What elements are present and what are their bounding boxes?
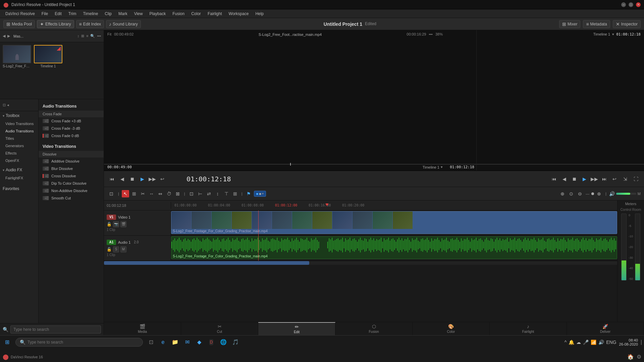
menu-mark[interactable]: Mark [116,11,130,17]
video-clip[interactable]: S-Log2_Free_Footage_For_Color_Grading_Pr… [171,211,617,234]
replace-btn[interactable]: ⇄ [205,189,213,198]
menu-workspace[interactable]: Workspace [226,11,252,17]
panel-list-icon[interactable]: ≡ [86,34,88,38]
audio-clip[interactable]: S-Log2_Free_Footage_For_Color_Grading_Pr… [171,236,617,259]
zoom-fit-btn[interactable]: ⊙ [568,189,575,198]
menu-timeline[interactable]: Timeline [80,11,101,17]
toolbox-item-video-transitions[interactable]: Video Transitions [0,120,38,127]
metadata-button[interactable]: ≡ Metadata [583,20,610,28]
tl-fullscreen[interactable]: ⛶ [631,174,641,184]
menu-color[interactable]: Color [189,11,204,17]
menu-trim[interactable]: Trim [66,11,79,17]
timeline-dropdown-icon[interactable]: ▾ [441,165,443,169]
track-film-btn[interactable]: 🎬 [120,221,126,227]
zoom-out-btn[interactable]: ⊖ [576,189,584,198]
source-next-frame[interactable]: ▶▶ [148,174,157,184]
panel-pin-icon[interactable]: ◂ [7,103,9,107]
effect-blur-dissolve[interactable]: ↔ Blur Dissolve [39,165,104,172]
effect-additive-dissolve[interactable]: ↔ Additive Dissolve [39,158,104,165]
tray-chevron[interactable]: ^ [565,340,567,345]
track-cam-btn[interactable]: 📷 [113,221,119,227]
taskbar-dropbox[interactable]: ◆ [194,337,205,348]
source-prev-frame[interactable]: ◀ [117,174,127,184]
nav-cut[interactable]: ✂ Cut [181,322,258,335]
taskbar-app-7[interactable]: 🎵 [230,337,241,348]
toolbox-item-effects[interactable]: Effects [0,149,38,157]
nav-color[interactable]: 🎨 Color [413,322,490,335]
taskbar-edge[interactable]: e [158,337,168,348]
scrollbar-thumb[interactable] [104,261,309,265]
close-button[interactable]: ✕ [636,2,641,7]
timeline-scrollbar[interactable] [104,261,617,265]
effect-cross-dissolve[interactable]: ↔ Cross Dissolve [39,172,104,180]
menu-help[interactable]: Help [253,11,266,17]
effects-library-button[interactable]: ✦ Effects Library [37,20,74,28]
menu-playback[interactable]: Playback [147,11,168,17]
menu-fusion[interactable]: Fusion [170,11,187,17]
tl-next-frame[interactable]: ▶▶ [590,174,599,184]
toolbox-item-openfx[interactable]: OpenFX [0,157,38,164]
taskbar-search-input[interactable] [28,340,139,345]
preview-scrub-bar[interactable] [104,164,476,165]
slide-tool[interactable]: ⇔ [157,189,164,198]
audio-level-slider[interactable] [616,193,636,195]
start-button[interactable]: ⊞ [2,337,12,347]
tl-loop[interactable]: ↩ [610,174,619,184]
trim-tool[interactable]: ⊞ [130,189,138,198]
toolbox-item-titles[interactable]: Titles [0,135,38,142]
zoom-in-btn[interactable]: ⊕ [559,189,566,198]
edit-index-button[interactable]: ≡ Edit Index [76,20,104,28]
nav-fairlight[interactable]: ♪ Fairlight [490,322,567,335]
menu-edit[interactable]: Edit [52,11,64,17]
toolbox-item-fairlightfx[interactable]: FairlightFX [0,174,38,182]
track-m-btn[interactable]: M [120,246,126,252]
source-stop[interactable]: ⏹ [127,174,137,184]
taskbar-files[interactable]: 📁 [170,337,180,348]
preview-more-icon[interactable]: ••• [429,32,433,36]
panel-more-icon[interactable]: ••• [97,34,101,38]
tl-stop[interactable]: ⏹ [570,174,579,184]
media-pool-button[interactable]: ⊞ Media Pool [3,20,35,28]
panel-expand-icon[interactable]: ⊡ [3,103,6,107]
append-btn[interactable]: ⊞ [231,189,239,198]
color-selector[interactable]: ■ ■ ▾ [254,191,266,197]
retime-tool[interactable]: ⏱ [165,189,173,198]
tray-show-desktop[interactable]: | [641,339,642,345]
panel-grid-icon[interactable]: ⊞ [81,34,84,38]
dynamic-trim-tool[interactable]: ⊠ [174,189,181,198]
nav-fusion[interactable]: ⬡ Fusion [335,322,413,335]
mixer-button[interactable]: ⊞ Mixer [559,20,580,28]
effect-smooth-cut[interactable]: ↔ Smooth Cut [39,194,104,202]
mute-btn[interactable]: M [638,192,641,196]
effect-crossfade-3db[interactable]: ↔ Cross Fade +3 dB [39,117,104,125]
panel-nav-fwd[interactable]: ▶ [7,34,10,38]
overwrite-btn[interactable]: ⊢ [197,189,204,198]
slip-tool[interactable]: ↔ [148,189,155,198]
right-scrub-bar[interactable] [477,164,644,165]
fit-to-fill-btn[interactable]: ↕ [214,189,221,198]
track-a1-lock-icon[interactable]: 🔓 [107,247,112,252]
tl-expand[interactable]: ⇲ [621,174,630,184]
effect-dip-color-dissolve[interactable]: ↔ Dip To Color Dissolve [39,180,104,187]
timeline-dropdown-right-icon[interactable]: ▾ [612,32,614,37]
source-skip-start[interactable]: ⏮ [107,174,117,184]
menu-file[interactable]: File [39,11,51,17]
taskbar-task-view[interactable]: ⊡ [146,337,156,348]
menu-view[interactable]: View [131,11,146,17]
tl-skip-end[interactable]: ⏭ [600,174,609,184]
insert-btn[interactable]: ⊡ [188,189,195,198]
zoom-add-btn[interactable]: ⊕ [595,189,603,198]
panel-nav-back[interactable]: ◀ [3,34,5,38]
source-play[interactable]: ▶ [138,174,147,184]
media-thumb-1[interactable]: Timeline 1 [34,45,62,96]
tray-volume-icon[interactable]: 🔊 [598,340,604,345]
nav-deliver[interactable]: 🚀 Deliver [567,322,644,335]
inspector-button[interactable]: ✕ Inspector [613,20,641,28]
menu-davinci[interactable]: DaVinci Resolve [3,11,38,17]
nav-media[interactable]: 🎬 Media [104,322,181,335]
tl-prev-frame[interactable]: ◀ [559,174,569,184]
track-s-btn[interactable]: S [113,246,119,252]
effect-crossfade-minus3db[interactable]: ↔ Cross Fade -3 dB [39,125,104,132]
panel-search-icon[interactable]: 🔍 [90,34,95,38]
tl-play[interactable]: ▶ [580,174,589,184]
